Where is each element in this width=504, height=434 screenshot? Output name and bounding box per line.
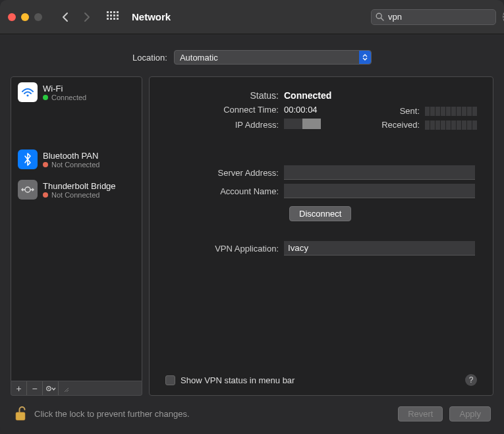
sidebar-item-status: Not Connected — [51, 161, 99, 169]
back-button[interactable] — [58, 8, 72, 26]
search-input[interactable] — [384, 12, 503, 22]
status-dot-icon — [43, 95, 48, 100]
apply-button[interactable]: Apply — [449, 406, 491, 421]
location-select[interactable]: Automatic — [174, 50, 372, 65]
network-list: Wi-Fi Connected Bluetooth PAN — [11, 76, 142, 381]
sidebar: Wi-Fi Connected Bluetooth PAN — [11, 76, 142, 396]
location-row: Location: Automatic — [0, 34, 504, 76]
status-label: Status: — [165, 90, 284, 101]
received-meter — [425, 121, 477, 130]
forward-button[interactable] — [79, 8, 94, 26]
service-actions-menu[interactable] — [43, 381, 59, 395]
add-service-button[interactable]: + — [11, 381, 27, 395]
sidebar-item-bluetooth-pan[interactable]: Bluetooth PAN Not Connected — [11, 144, 142, 175]
drag-handle-icon — [59, 381, 74, 395]
location-value: Automatic — [180, 53, 218, 63]
select-arrows-icon — [359, 51, 371, 64]
footer: Click the lock to prevent further change… — [0, 396, 504, 434]
disconnect-button[interactable]: Disconnect — [289, 206, 351, 221]
account-name-input[interactable] — [284, 184, 475, 198]
search-icon — [376, 13, 384, 21]
search-field[interactable] — [371, 9, 496, 25]
connect-time-label: Connect Time: — [165, 105, 284, 115]
window-controls — [8, 13, 42, 21]
svg-line-6 — [65, 388, 69, 392]
sidebar-item-status: Not Connected — [51, 191, 99, 199]
sidebar-item-thunderbolt-bridge[interactable]: Thunderbolt Bridge Not Connected — [11, 175, 142, 205]
received-label: Received: — [379, 120, 420, 130]
ip-address-value — [284, 119, 321, 131]
show-vpn-status-label: Show VPN status in menu bar — [181, 375, 294, 385]
lock-icon[interactable] — [13, 405, 28, 422]
sidebar-item-label: Wi-Fi — [43, 84, 86, 94]
vpn-application-label: VPN Application: — [165, 244, 284, 254]
account-name-label: Account Name: — [165, 186, 284, 196]
svg-point-2 — [26, 94, 28, 96]
svg-point-5 — [48, 388, 49, 389]
sidebar-item-wifi[interactable]: Wi-Fi Connected — [11, 77, 142, 107]
location-label: Location: — [132, 53, 167, 63]
help-button[interactable]: ? — [465, 374, 477, 386]
wifi-icon — [18, 82, 38, 102]
svg-line-7 — [67, 390, 69, 392]
ip-address-label: IP Address: — [165, 120, 284, 130]
close-window-button[interactable] — [8, 13, 16, 21]
network-prefs-window: Network Location: Automatic — [0, 0, 504, 434]
minimize-window-button[interactable] — [21, 13, 29, 21]
status-value: Connected — [284, 90, 331, 101]
sent-label: Sent: — [379, 106, 420, 116]
traffic-stats: Sent: Received: — [379, 106, 477, 130]
revert-button[interactable]: Revert — [398, 406, 443, 421]
titlebar: Network — [0, 0, 504, 34]
show-vpn-status-checkbox[interactable] — [165, 375, 175, 385]
svg-line-1 — [381, 18, 383, 20]
remove-service-button[interactable]: − — [27, 381, 43, 395]
bluetooth-icon — [18, 149, 38, 169]
svg-point-3 — [25, 187, 30, 192]
sidebar-footer: + − — [11, 381, 142, 396]
lock-text: Click the lock to prevent further change… — [34, 409, 190, 419]
status-dot-icon — [43, 162, 48, 167]
server-address-input[interactable] — [284, 165, 475, 180]
connect-time-value: 00:00:04 — [284, 105, 318, 115]
show-all-icon[interactable] — [107, 11, 119, 23]
sidebar-item-label: Thunderbolt Bridge — [43, 181, 116, 191]
page-title: Network — [132, 11, 171, 22]
sidebar-item-label: Bluetooth PAN — [43, 151, 99, 161]
vpn-application-input[interactable] — [284, 241, 475, 256]
sent-meter — [425, 107, 477, 116]
detail-panel: Status: Connected Connect Time: 00:00:04… — [149, 76, 493, 396]
server-address-label: Server Address: — [165, 168, 284, 178]
sidebar-item-status: Connected — [51, 94, 86, 101]
status-dot-icon — [43, 192, 48, 198]
zoom-window-button[interactable] — [34, 13, 42, 21]
svg-rect-8 — [16, 412, 25, 420]
thunderbolt-bridge-icon — [18, 180, 38, 200]
